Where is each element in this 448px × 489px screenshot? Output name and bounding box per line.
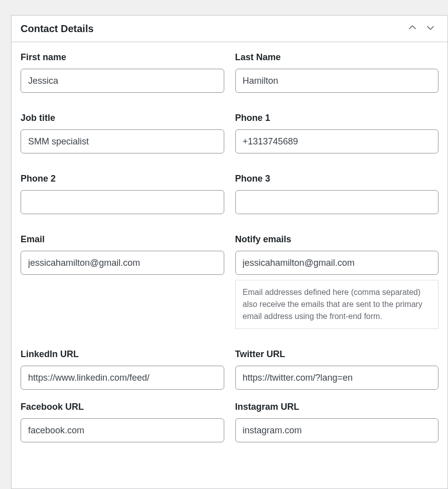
- email-input[interactable]: [21, 251, 224, 275]
- panel-actions: [406, 23, 436, 35]
- chevron-up-icon: [407, 22, 418, 35]
- twitter-url-label: Twitter URL: [235, 349, 439, 360]
- job-title-label: Job title: [21, 113, 224, 123]
- job-title-input[interactable]: [21, 129, 224, 153]
- move-up-button[interactable]: [406, 23, 418, 35]
- linkedin-url-group: LinkedIn URL: [21, 349, 224, 390]
- form-row: Facebook URL Instagram URL: [21, 402, 438, 442]
- facebook-url-input[interactable]: [21, 418, 224, 442]
- phone1-input[interactable]: [235, 129, 439, 153]
- phone1-label: Phone 1: [235, 113, 439, 123]
- panel-body: First name Last Name Job title Phone 1 P…: [12, 42, 447, 442]
- panel-title: Contact Details: [21, 23, 406, 35]
- notify-emails-input[interactable]: [235, 251, 439, 275]
- phone1-group: Phone 1: [235, 113, 439, 153]
- instagram-url-input[interactable]: [235, 418, 439, 442]
- linkedin-url-input[interactable]: [21, 366, 224, 390]
- form-row: First name Last Name: [21, 52, 438, 93]
- twitter-url-input[interactable]: [235, 366, 439, 390]
- phone2-input[interactable]: [21, 190, 224, 214]
- facebook-url-group: Facebook URL: [21, 402, 224, 442]
- phone2-label: Phone 2: [21, 174, 224, 184]
- form-row: Job title Phone 1: [21, 113, 438, 153]
- phone2-group: Phone 2: [21, 174, 224, 214]
- form-row: LinkedIn URL Twitter URL: [21, 349, 438, 390]
- form-row: Email Notify emails Email addresses defi…: [21, 234, 438, 329]
- last-name-group: Last Name: [235, 52, 439, 93]
- notify-emails-label: Notify emails: [235, 234, 439, 245]
- instagram-url-label: Instagram URL: [235, 402, 439, 412]
- contact-details-panel: Contact Details First name Last Name: [11, 15, 448, 489]
- twitter-url-group: Twitter URL: [235, 349, 439, 390]
- job-title-group: Job title: [21, 113, 224, 153]
- panel-header: Contact Details: [12, 16, 447, 42]
- facebook-url-label: Facebook URL: [21, 402, 224, 412]
- instagram-url-group: Instagram URL: [235, 402, 439, 442]
- phone3-label: Phone 3: [235, 174, 439, 184]
- form-row: Phone 2 Phone 3: [21, 174, 438, 214]
- last-name-input[interactable]: [235, 69, 439, 93]
- chevron-down-icon: [425, 22, 436, 35]
- email-group: Email: [21, 234, 224, 329]
- move-down-button[interactable]: [424, 23, 436, 35]
- first-name-label: First name: [21, 52, 224, 63]
- first-name-group: First name: [21, 52, 224, 93]
- phone3-input[interactable]: [235, 190, 439, 214]
- notify-emails-group: Notify emails Email addresses defined he…: [235, 234, 439, 329]
- last-name-label: Last Name: [235, 52, 439, 63]
- phone3-group: Phone 3: [235, 174, 439, 214]
- linkedin-url-label: LinkedIn URL: [21, 349, 224, 360]
- email-label: Email: [21, 234, 224, 245]
- first-name-input[interactable]: [21, 69, 224, 93]
- notify-emails-help: Email addresses defined here (comma sepa…: [235, 280, 439, 329]
